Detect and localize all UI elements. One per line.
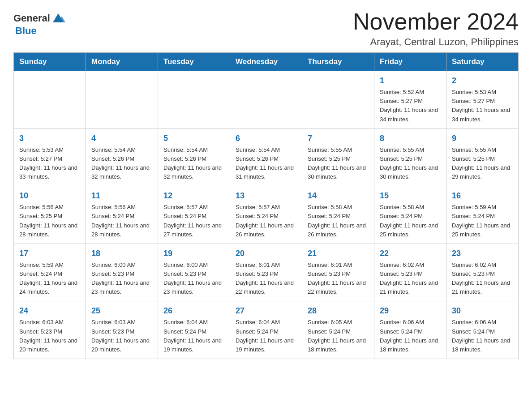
calendar-day-cell: 16Sunrise: 5:59 AMSunset: 5:24 PMDayligh… [446,186,519,244]
calendar-day-cell: 8Sunrise: 5:55 AMSunset: 5:25 PMDaylight… [374,128,446,186]
day-number: 2 [452,75,513,87]
day-of-week-header: Saturday [446,53,519,71]
day-of-week-header: Monday [86,53,158,71]
day-sun-info: Sunrise: 5:59 AMSunset: 5:24 PMDaylight:… [452,204,510,237]
day-number: 11 [91,190,152,202]
day-sun-info: Sunrise: 5:59 AMSunset: 5:24 PMDaylight:… [19,261,77,295]
calendar-day-cell [230,71,302,129]
day-sun-info: Sunrise: 5:55 AMSunset: 5:25 PMDaylight:… [308,146,366,180]
day-sun-info: Sunrise: 6:04 AMSunset: 5:24 PMDaylight:… [163,319,222,352]
calendar-day-cell: 2Sunrise: 5:53 AMSunset: 5:27 PMDaylight… [446,71,519,129]
day-sun-info: Sunrise: 6:01 AMSunset: 5:23 PMDaylight:… [308,261,366,295]
day-of-week-header: Thursday [302,53,374,71]
calendar-day-cell: 21Sunrise: 6:01 AMSunset: 5:23 PMDayligh… [302,244,374,301]
day-sun-info: Sunrise: 6:03 AMSunset: 5:23 PMDaylight:… [91,319,150,352]
title-section: November 2024 Arayat, Central Luzon, Phi… [353,9,519,48]
calendar-day-cell: 3Sunrise: 5:53 AMSunset: 5:27 PMDaylight… [14,128,86,186]
day-number: 1 [380,75,441,87]
day-number: 18 [91,248,152,260]
calendar-day-cell: 13Sunrise: 5:57 AMSunset: 5:24 PMDayligh… [230,186,302,244]
calendar-day-cell: 18Sunrise: 6:00 AMSunset: 5:23 PMDayligh… [86,244,158,301]
calendar-week-row: 1Sunrise: 5:52 AMSunset: 5:27 PMDaylight… [14,71,519,129]
day-sun-info: Sunrise: 5:52 AMSunset: 5:27 PMDaylight:… [380,89,438,122]
page-header: General Blue November 2024 Arayat, Centr… [13,9,519,48]
day-number: 19 [163,248,224,260]
day-number: 10 [19,190,80,202]
calendar-day-cell: 22Sunrise: 6:02 AMSunset: 5:23 PMDayligh… [374,244,446,301]
day-number: 24 [19,305,80,317]
day-of-week-header: Tuesday [158,53,230,71]
day-number: 23 [452,248,513,260]
day-number: 13 [236,190,296,202]
calendar-week-row: 3Sunrise: 5:53 AMSunset: 5:27 PMDaylight… [14,128,519,186]
day-number: 16 [452,190,513,202]
day-number: 21 [308,248,369,260]
day-sun-info: Sunrise: 5:53 AMSunset: 5:27 PMDaylight:… [452,89,510,122]
calendar-day-cell: 5Sunrise: 5:54 AMSunset: 5:26 PMDaylight… [158,128,230,186]
day-sun-info: Sunrise: 5:54 AMSunset: 5:26 PMDaylight:… [91,146,150,180]
day-number: 25 [91,305,152,317]
day-sun-info: Sunrise: 5:53 AMSunset: 5:27 PMDaylight:… [19,146,77,180]
day-number: 28 [308,305,369,317]
days-of-week-row: SundayMondayTuesdayWednesdayThursdayFrid… [14,53,519,71]
day-sun-info: Sunrise: 5:54 AMSunset: 5:26 PMDaylight:… [163,146,222,180]
calendar-day-cell: 23Sunrise: 6:02 AMSunset: 5:23 PMDayligh… [446,244,519,301]
calendar-day-cell: 6Sunrise: 5:54 AMSunset: 5:26 PMDaylight… [230,128,302,186]
calendar-day-cell: 10Sunrise: 5:56 AMSunset: 5:25 PMDayligh… [14,186,86,244]
day-sun-info: Sunrise: 5:55 AMSunset: 5:25 PMDaylight:… [380,146,438,180]
calendar-body: 1Sunrise: 5:52 AMSunset: 5:27 PMDaylight… [14,71,519,359]
day-number: 6 [236,133,296,145]
logo-general-text: General [13,13,50,24]
day-sun-info: Sunrise: 5:56 AMSunset: 5:25 PMDaylight:… [19,204,77,237]
day-number: 26 [163,305,224,317]
calendar-day-cell: 9Sunrise: 5:55 AMSunset: 5:25 PMDaylight… [446,128,519,186]
day-number: 5 [163,133,224,145]
day-sun-info: Sunrise: 5:57 AMSunset: 5:24 PMDaylight:… [236,204,294,237]
calendar-week-row: 10Sunrise: 5:56 AMSunset: 5:25 PMDayligh… [14,186,519,244]
day-number: 14 [308,190,369,202]
calendar-day-cell [14,71,86,129]
calendar-day-cell: 11Sunrise: 5:56 AMSunset: 5:24 PMDayligh… [86,186,158,244]
calendar-table: SundayMondayTuesdayWednesdayThursdayFrid… [13,52,519,359]
logo-blue-text: Blue [15,25,37,37]
calendar-day-cell: 15Sunrise: 5:58 AMSunset: 5:24 PMDayligh… [374,186,446,244]
day-sun-info: Sunrise: 6:02 AMSunset: 5:23 PMDaylight:… [452,261,510,295]
calendar-day-cell [86,71,158,129]
day-number: 7 [308,133,369,145]
calendar-day-cell: 28Sunrise: 6:05 AMSunset: 5:24 PMDayligh… [302,301,374,359]
location-subtitle: Arayat, Central Luzon, Philippines [353,36,519,48]
logo-icon [51,11,65,25]
day-sun-info: Sunrise: 6:06 AMSunset: 5:24 PMDaylight:… [380,319,438,352]
calendar-day-cell: 14Sunrise: 5:58 AMSunset: 5:24 PMDayligh… [302,186,374,244]
calendar-day-cell: 30Sunrise: 6:06 AMSunset: 5:24 PMDayligh… [446,301,519,359]
calendar-day-cell [158,71,230,129]
day-sun-info: Sunrise: 6:06 AMSunset: 5:24 PMDaylight:… [452,319,510,352]
day-of-week-header: Friday [374,53,446,71]
day-number: 30 [452,305,513,317]
day-sun-info: Sunrise: 5:57 AMSunset: 5:24 PMDaylight:… [163,204,222,237]
day-of-week-header: Wednesday [230,53,302,71]
day-number: 22 [380,248,441,260]
month-title: November 2024 [353,9,519,34]
calendar-day-cell: 27Sunrise: 6:04 AMSunset: 5:24 PMDayligh… [230,301,302,359]
day-sun-info: Sunrise: 5:56 AMSunset: 5:24 PMDaylight:… [91,204,150,237]
day-sun-info: Sunrise: 5:55 AMSunset: 5:25 PMDaylight:… [452,146,510,180]
day-sun-info: Sunrise: 6:02 AMSunset: 5:23 PMDaylight:… [380,261,438,295]
day-number: 27 [236,305,296,317]
day-number: 4 [91,133,152,145]
calendar-week-row: 17Sunrise: 5:59 AMSunset: 5:24 PMDayligh… [14,244,519,301]
logo: General Blue [13,9,65,37]
calendar-day-cell: 12Sunrise: 5:57 AMSunset: 5:24 PMDayligh… [158,186,230,244]
day-sun-info: Sunrise: 5:58 AMSunset: 5:24 PMDaylight:… [308,204,366,237]
calendar-day-cell: 1Sunrise: 5:52 AMSunset: 5:27 PMDaylight… [374,71,446,129]
day-number: 20 [236,248,296,260]
calendar-day-cell: 24Sunrise: 6:03 AMSunset: 5:23 PMDayligh… [14,301,86,359]
calendar-day-cell: 19Sunrise: 6:00 AMSunset: 5:23 PMDayligh… [158,244,230,301]
day-number: 15 [380,190,441,202]
calendar-day-cell: 29Sunrise: 6:06 AMSunset: 5:24 PMDayligh… [374,301,446,359]
day-sun-info: Sunrise: 6:01 AMSunset: 5:23 PMDaylight:… [236,261,294,295]
day-number: 3 [19,133,80,145]
calendar-header: SundayMondayTuesdayWednesdayThursdayFrid… [14,53,519,71]
day-sun-info: Sunrise: 6:05 AMSunset: 5:24 PMDaylight:… [308,319,366,352]
day-number: 17 [19,248,80,260]
